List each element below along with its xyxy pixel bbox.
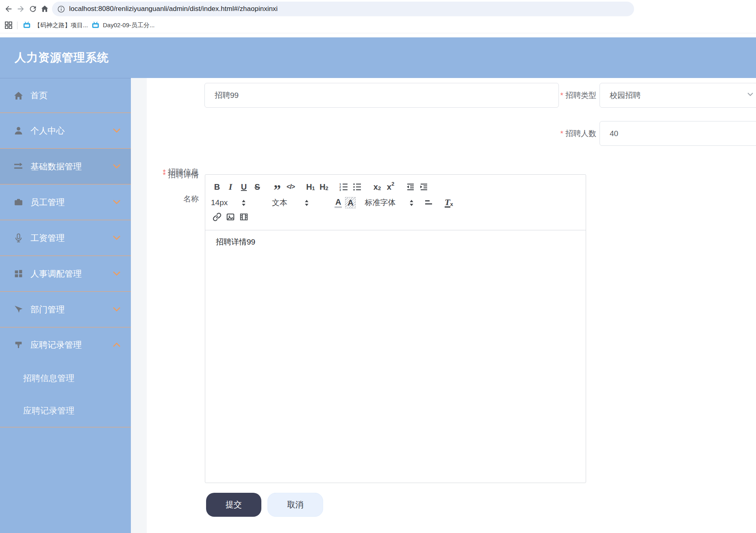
- info-icon[interactable]: [57, 5, 65, 13]
- recruit-info-form: *招聘信息 名称 招聘99 *招聘类型 校园招聘 *招聘人数 40 *招聘详情: [147, 78, 756, 533]
- sidebar-item-label: 工资管理: [30, 232, 65, 244]
- bilibili-icon: [91, 21, 100, 29]
- sidebar-item-base-data[interactable]: 基础数据管理: [0, 149, 131, 184]
- url-text[interactable]: localhost:8080/renliziyuanguanli/admin/d…: [69, 5, 278, 13]
- background-color-button[interactable]: A: [345, 197, 356, 208]
- indent-icon[interactable]: [418, 180, 430, 193]
- text-color-button[interactable]: A: [335, 197, 342, 208]
- forward-icon[interactable]: [15, 4, 26, 14]
- sidebar-content-gap: [131, 78, 147, 533]
- sidebar: 首页 个人中心 基础数据管理 员工管理: [0, 78, 131, 533]
- bilibili-icon: [23, 21, 31, 29]
- svg-text:2: 2: [339, 186, 341, 188]
- chevron-down-icon: [113, 236, 120, 240]
- clear-format-button[interactable]: Tx: [443, 196, 455, 209]
- apps-grid-icon[interactable]: [4, 21, 13, 30]
- sidebar-item-label: 人事调配管理: [30, 268, 82, 280]
- sidebar-item-label: 基础数据管理: [30, 161, 82, 172]
- picker-arrows-icon: [304, 199, 309, 206]
- screen: localhost:8080/renliziyuanguanli/admin/d…: [0, 0, 756, 533]
- chevron-down-icon: [113, 307, 120, 312]
- recruit-name-input[interactable]: 招聘99: [204, 83, 559, 108]
- submenu-application-records: 招聘信息管理 应聘记录管理: [0, 362, 131, 427]
- chevron-down-icon: [113, 271, 120, 276]
- bullet-list-icon[interactable]: [351, 180, 363, 193]
- strikethrough-button[interactable]: S: [251, 180, 263, 193]
- blockquote-button[interactable]: ”: [271, 180, 283, 193]
- grid-icon: [14, 269, 23, 278]
- ordered-list-icon[interactable]: 1 2 3: [338, 180, 350, 193]
- font-family-picker[interactable]: 标准字体: [365, 197, 414, 208]
- reload-icon[interactable]: [28, 4, 38, 14]
- sidebar-subitem-application-records[interactable]: 应聘记录管理: [0, 394, 131, 427]
- submit-button[interactable]: 提交: [206, 493, 261, 517]
- superscript-button[interactable]: x2: [385, 180, 397, 193]
- sidebar-item-department[interactable]: 部门管理: [0, 292, 131, 327]
- chevron-down-icon: [113, 164, 120, 169]
- video-icon[interactable]: [238, 210, 250, 223]
- italic-button[interactable]: I: [224, 180, 237, 193]
- sidebar-subitem-label: 招聘信息管理: [23, 373, 74, 384]
- recruit-type-label: *招聘类型: [545, 83, 596, 108]
- bold-button[interactable]: B: [211, 180, 223, 193]
- sidebar-item-label: 首页: [30, 90, 48, 101]
- page-title: 人力资源管理系统: [15, 37, 109, 78]
- bookmark-label: Day02-09-员工分...: [103, 22, 155, 29]
- sidebar-item-label: 部门管理: [30, 304, 65, 315]
- select-chevron-down-icon[interactable]: [747, 93, 753, 96]
- url-bar[interactable]: localhost:8080/renliziyuanguanli/admin/d…: [52, 2, 634, 16]
- editor-toolbar: B I U S ” </> H1 H2 1 2 3: [205, 175, 586, 230]
- bookmarks-separator: [17, 22, 17, 29]
- recruit-type-value: 校园招聘: [610, 90, 641, 101]
- sidebar-item-label: 应聘记录管理: [30, 339, 82, 351]
- recruit-name-value: 招聘99: [215, 90, 239, 101]
- paper-plane-icon: [14, 305, 23, 314]
- sidebar-item-personal-center[interactable]: 个人中心: [0, 113, 131, 149]
- chevron-up-icon: [113, 342, 120, 347]
- home-icon[interactable]: [39, 4, 50, 14]
- recruit-count-input[interactable]: 40: [600, 121, 756, 146]
- subscript-button[interactable]: x2: [371, 180, 383, 193]
- svg-text:1: 1: [339, 183, 341, 186]
- back-icon[interactable]: [3, 4, 14, 14]
- recruit-count-value: 40: [610, 129, 618, 138]
- sidebar-subitem-label: 应聘记录管理: [23, 405, 74, 416]
- image-icon[interactable]: [224, 210, 237, 223]
- header-1-button[interactable]: H1: [304, 180, 317, 193]
- bookmark-item[interactable]: Day02-09-员工分...: [91, 20, 155, 30]
- required-mark: *: [560, 129, 563, 138]
- bookmark-label: 【码神之路】项目...: [34, 22, 88, 29]
- header-2-button[interactable]: H2: [318, 180, 330, 193]
- brush-icon: [14, 340, 23, 349]
- required-mark: *: [560, 91, 563, 100]
- underline-button[interactable]: U: [238, 180, 250, 193]
- recruit-detail-label: *招聘详情: [147, 170, 199, 180]
- editor-content[interactable]: 招聘详情99: [205, 230, 586, 483]
- picker-arrows-icon: [409, 199, 414, 206]
- sidebar-item-hr-allocation[interactable]: 人事调配管理: [0, 256, 131, 292]
- code-block-button[interactable]: </>: [285, 180, 297, 193]
- recruit-count-label: *招聘人数: [545, 121, 596, 146]
- sidebar-item-salary[interactable]: 工资管理: [0, 220, 131, 256]
- font-size-picker[interactable]: 14px: [211, 198, 260, 207]
- bookmark-item[interactable]: 【码神之路】项目...: [23, 20, 88, 30]
- link-icon[interactable]: [211, 210, 223, 223]
- align-icon[interactable]: [423, 196, 435, 209]
- user-icon: [14, 126, 23, 135]
- svg-text:3: 3: [339, 188, 341, 191]
- sidebar-item-home[interactable]: 首页: [0, 78, 131, 113]
- sidebar-item-employee[interactable]: 员工管理: [0, 184, 131, 220]
- bookmarks-bar: 【码神之路】项目... Day02-09-员工分...: [0, 18, 756, 33]
- outdent-icon[interactable]: [404, 180, 417, 193]
- text-style-picker[interactable]: 文本: [272, 197, 324, 208]
- recruit-type-select[interactable]: 校园招聘: [600, 83, 756, 108]
- required-mark: *: [163, 171, 166, 179]
- chevron-down-icon: [113, 128, 120, 133]
- sidebar-item-label: 个人中心: [30, 125, 65, 136]
- cancel-button[interactable]: 取消: [267, 493, 323, 517]
- briefcase-icon: [14, 197, 23, 207]
- microphone-icon: [14, 233, 23, 243]
- sidebar-item-application-records[interactable]: 应聘记录管理: [0, 327, 131, 362]
- sidebar-subitem-recruit-info[interactable]: 招聘信息管理: [0, 362, 131, 394]
- editor-text: 招聘详情99: [216, 237, 255, 247]
